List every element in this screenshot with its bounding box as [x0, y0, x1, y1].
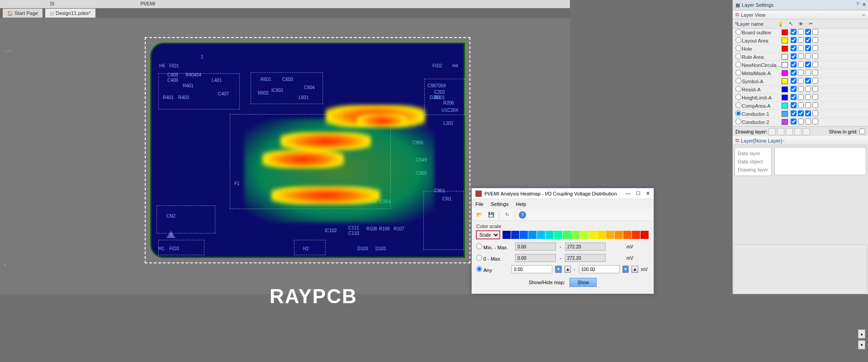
layer-check-1[interactable] — [790, 62, 797, 68]
layer-check-2[interactable] — [797, 62, 804, 68]
layer-check-4[interactable] — [811, 45, 819, 52]
spinner-up-icon[interactable]: ▲ — [631, 266, 638, 273]
scroll-up-icon[interactable]: ▲ — [858, 329, 865, 338]
drawing-btn-1[interactable] — [768, 128, 776, 135]
any-max-input[interactable] — [579, 265, 620, 273]
menu-piemi[interactable]: PI/EMI — [90, 0, 191, 8]
layer-check-2[interactable] — [797, 70, 804, 76]
column-layer-name[interactable]: Layer name — [737, 21, 774, 27]
layer-color[interactable] — [782, 119, 788, 125]
layer-row[interactable]: Resist-A — [733, 86, 868, 94]
layer-color[interactable] — [782, 38, 788, 43]
help-icon[interactable]: ? — [519, 211, 526, 219]
layer-radio[interactable] — [735, 119, 742, 125]
layer-check-1[interactable] — [790, 53, 797, 60]
any-min-input[interactable] — [512, 265, 552, 273]
layer-row[interactable]: NewNonCircularH — [733, 61, 868, 69]
drawing-btn-4[interactable] — [794, 128, 802, 135]
layer-check-3[interactable] — [804, 29, 811, 36]
layer-check-1[interactable] — [790, 94, 797, 101]
zeromax-max-input[interactable] — [565, 254, 606, 262]
layer-check-1[interactable] — [790, 45, 797, 52]
layer-row[interactable]: CompArea-A — [733, 102, 868, 110]
drawing-btn-2[interactable] — [777, 128, 784, 135]
layer-color[interactable] — [782, 70, 788, 76]
layer-check-3[interactable] — [804, 70, 811, 76]
layer-check-2[interactable] — [797, 86, 804, 93]
layer-check-4[interactable] — [811, 29, 819, 36]
layer-color[interactable] — [782, 103, 788, 109]
layer-check-4[interactable] — [811, 62, 819, 68]
layer-radio[interactable] — [735, 86, 742, 93]
save-icon[interactable]: 💾 — [487, 211, 495, 219]
layer-check-2[interactable] — [797, 119, 804, 125]
layer-check-3[interactable] — [804, 53, 811, 60]
lightbulb-icon[interactable]: 💡 — [777, 21, 784, 27]
layer-row[interactable]: MetalMask-A — [733, 69, 868, 77]
layer-check-4[interactable] — [811, 37, 819, 44]
radio-any[interactable]: Any — [476, 266, 509, 273]
layer-check-1[interactable] — [790, 37, 797, 44]
menu-settings[interactable]: Settings — [491, 201, 509, 207]
minmax-min-input[interactable] — [515, 243, 556, 251]
layer-check-3[interactable] — [804, 37, 811, 44]
layer-check-3[interactable] — [804, 110, 811, 117]
layer-row[interactable]: Conductor-2 — [733, 118, 868, 126]
scale-select[interactable]: Scale 1 — [476, 231, 500, 239]
layer-check-2[interactable] — [797, 110, 804, 117]
layer-check-2[interactable] — [797, 37, 804, 44]
layer-check-2[interactable] — [797, 94, 804, 101]
layer-check-1[interactable] — [790, 29, 797, 36]
layer-check-3[interactable] — [804, 78, 811, 85]
collapse-icon[interactable]: − — [862, 12, 865, 18]
layer-check-1[interactable] — [790, 78, 797, 85]
zeromax-min-input[interactable] — [515, 254, 556, 262]
layer-check-3[interactable] — [804, 102, 811, 109]
layer-check-2[interactable] — [797, 53, 804, 60]
open-icon[interactable]: 📂 — [475, 211, 484, 219]
help-icon[interactable]: ? — [856, 1, 859, 7]
layer-check-4[interactable] — [811, 102, 819, 109]
layer-row[interactable]: Layout Area — [733, 37, 868, 45]
layer-check-4[interactable] — [811, 78, 819, 85]
layer-check-1[interactable] — [790, 70, 797, 76]
layer-row[interactable]: Conductor-1 — [733, 110, 868, 118]
layer-check-3[interactable] — [804, 119, 811, 125]
layer-check-1[interactable] — [790, 110, 797, 117]
minimize-icon[interactable]: — — [626, 191, 631, 196]
spinner-down-icon[interactable]: ▼ — [555, 266, 562, 273]
layer-check-2[interactable] — [797, 78, 804, 85]
spinner-down-icon[interactable]: ▼ — [622, 266, 629, 273]
maximize-icon[interactable]: ☐ — [636, 191, 640, 196]
layer-check-4[interactable] — [811, 94, 819, 101]
menu-file[interactable]: File — [475, 201, 484, 207]
layer-check-3[interactable] — [804, 94, 811, 101]
layer-check-2[interactable] — [797, 102, 804, 109]
layer-radio[interactable] — [735, 45, 742, 52]
layer-check-4[interactable] — [811, 110, 819, 117]
layer-color[interactable] — [782, 111, 788, 117]
layer-check-4[interactable] — [811, 70, 819, 76]
layer-check-1[interactable] — [790, 119, 797, 125]
layer-radio[interactable] — [735, 29, 742, 36]
layer-radio[interactable] — [735, 37, 742, 44]
layer-view-titlebar[interactable]: ⧉ Layer View − — [733, 10, 868, 19]
scroll-down-icon[interactable]: ▼ — [858, 340, 865, 349]
tab-design11[interactable]: ▤ Design11.pdes* — [45, 9, 95, 18]
layer-none-titlebar[interactable]: ⧉ Layer[None Layer] − — [733, 136, 868, 145]
layer-color[interactable] — [782, 29, 788, 35]
layer-radio[interactable] — [735, 94, 742, 101]
drawing-btn-3[interactable] — [786, 128, 793, 135]
layer-color[interactable] — [782, 54, 788, 60]
radio-zeromax[interactable]: 0 - Max. — [476, 255, 512, 262]
layer-check-2[interactable] — [797, 45, 804, 52]
eye-icon[interactable]: 👁 — [797, 21, 804, 27]
layer-color[interactable] — [782, 86, 788, 92]
close-icon[interactable]: ✕ — [646, 191, 650, 196]
radio-minmax[interactable]: Min. - Max. — [476, 243, 512, 250]
dialog-titlebar[interactable]: PI/EMI Analysis Heatmap - I/O Coupling V… — [472, 188, 654, 199]
layer-color[interactable] — [782, 62, 788, 68]
layer-row[interactable]: HeightLimit-A — [733, 94, 868, 102]
layer-radio[interactable] — [735, 70, 742, 76]
layer-check-3[interactable] — [804, 45, 811, 52]
